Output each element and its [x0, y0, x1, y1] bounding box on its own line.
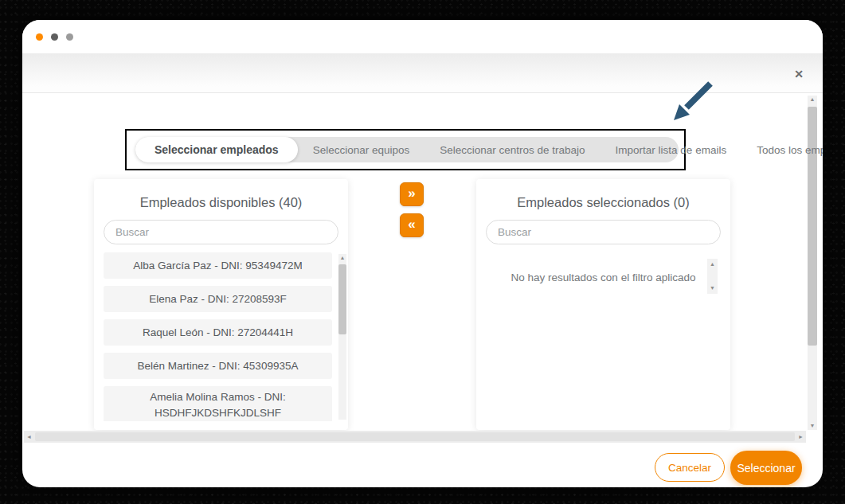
available-list-scrollbar[interactable]: ▲ [338, 254, 346, 420]
available-employees-list: Alba García Paz - DNI: 95349472M Elena P… [94, 252, 348, 421]
scroll-right-icon[interactable]: ► [798, 433, 804, 441]
scroll-down-icon[interactable]: ▼ [808, 422, 817, 430]
list-scrollbar-thumb[interactable] [338, 264, 346, 334]
horizontal-scrollbar-thumb[interactable] [35, 432, 795, 441]
cancel-button[interactable]: Cancelar [655, 453, 725, 482]
scroll-up-icon[interactable]: ▲ [707, 260, 718, 268]
selected-search-input[interactable] [486, 220, 721, 244]
annotation-arrow-icon [669, 79, 715, 125]
employee-list-item[interactable]: Elena Paz - DNI: 27208593F [104, 286, 332, 312]
tab-seleccionar-equipos[interactable]: Seleccionar equipos [298, 137, 425, 162]
employee-list-item[interactable]: Belén Martinez - DNI: 45309935A [104, 353, 332, 379]
available-panel-title: Empleados disponibles (40) [94, 179, 348, 210]
tab-todos-los-empleados[interactable]: Todos los empleados [741, 137, 823, 162]
modal-horizontal-scrollbar[interactable]: ◄ ► [24, 431, 806, 443]
selected-list-scrollbar[interactable]: ▲ ▼ [707, 259, 718, 294]
employee-list-item[interactable]: Amelia Molina Ramos - DNI: HSDHFJKDSHFKJ… [104, 386, 332, 421]
selected-employees-panel: Empleados seleccionados (0) No hay resul… [476, 179, 730, 430]
available-employees-panel: Empleados disponibles (40) Alba García P… [94, 179, 348, 430]
window-control-maximize-dot[interactable] [66, 33, 73, 41]
selected-panel-title: Empleados seleccionados (0) [476, 179, 730, 210]
window-control-close-dot[interactable] [36, 33, 43, 41]
select-button[interactable]: Seleccionar [730, 451, 802, 485]
window-control-minimize-dot[interactable] [51, 33, 58, 41]
scroll-up-icon[interactable]: ▲ [808, 96, 817, 104]
tab-bar: Seleccionar empleados Seleccionar equipo… [135, 137, 679, 162]
tab-seleccionar-empleados[interactable]: Seleccionar empleados [135, 137, 298, 162]
tab-importar-lista-de-emails[interactable]: Importar lista de emails [600, 137, 742, 162]
modal-window: ✕ ▲ ▼ Seleccionar empleados Seleccionar … [22, 20, 823, 487]
close-icon[interactable]: ✕ [791, 66, 807, 82]
empty-results-message: No hay resultados con el filtro aplicado [476, 272, 730, 283]
scroll-up-icon[interactable]: ▲ [338, 254, 346, 262]
window-titlebar [22, 20, 823, 53]
scroll-left-icon[interactable]: ◄ [26, 433, 32, 441]
employee-list-item[interactable]: Alba García Paz - DNI: 95349472M [104, 252, 332, 279]
move-left-button[interactable]: « [400, 213, 424, 237]
employee-list-item[interactable]: Raquel León - DNI: 27204441H [104, 319, 332, 346]
tab-seleccionar-centros-de-trabajo[interactable]: Seleccionar centros de trabajo [424, 137, 600, 162]
scroll-down-icon[interactable]: ▼ [707, 284, 718, 292]
move-right-button[interactable]: » [400, 182, 424, 206]
available-search-input[interactable] [104, 220, 338, 244]
